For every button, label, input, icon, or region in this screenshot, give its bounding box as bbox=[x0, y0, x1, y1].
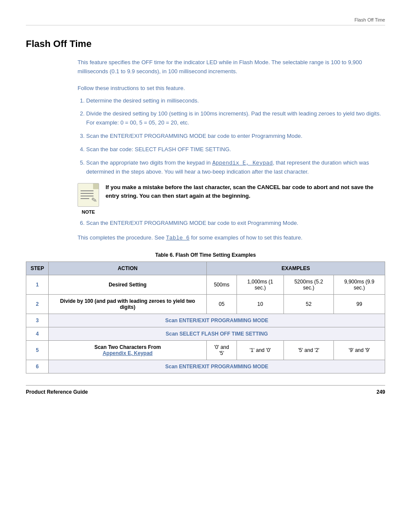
note-label: NOTE bbox=[78, 209, 99, 215]
step-6-text: Scan the ENTER/EXIT PROGRAMMING MODE bar… bbox=[86, 220, 298, 226]
table-row-6: 6 Scan ENTER/EXIT PROGRAMMING MODE bbox=[26, 360, 385, 373]
table-title: Table 6. Flash Off Time Setting Examples bbox=[26, 252, 385, 258]
row6-step: 6 bbox=[26, 360, 49, 373]
row5-ex1: '0' and '5' bbox=[206, 340, 237, 360]
complete-text-before: This completes the procedure. See bbox=[78, 234, 165, 241]
row1-ex3: 5200ms (5.2 sec.) bbox=[284, 275, 334, 294]
header-section-title: Flash Off Time bbox=[355, 17, 385, 22]
header-bar: Flash Off Time bbox=[26, 17, 385, 25]
table6-link[interactable]: Table 6 bbox=[166, 235, 190, 241]
row5-action-link[interactable]: Appendix E, Keypad bbox=[103, 350, 153, 356]
examples-table: STEP ACTION EXAMPLES 1 Desired Setting 5… bbox=[26, 261, 385, 373]
row3-action-full: Scan ENTER/EXIT PROGRAMMING MODE bbox=[49, 314, 385, 327]
page-title: Flash Off Time bbox=[26, 38, 385, 50]
row2-ex1: 05 bbox=[206, 294, 237, 314]
row2-step: 2 bbox=[26, 294, 49, 314]
row1-ex4: 9,900ms (9.9 sec.) bbox=[333, 275, 385, 294]
complete-text: This completes the procedure. See Table … bbox=[78, 234, 385, 241]
table-row-4: 4 Scan SELECT FLASH OFF TIME SETTING bbox=[26, 327, 385, 340]
step-5-link[interactable]: Appendix E, Keypad bbox=[212, 160, 273, 166]
row4-action-full: Scan SELECT FLASH OFF TIME SETTING bbox=[49, 327, 385, 340]
table-header-row: STEP ACTION EXAMPLES bbox=[26, 261, 385, 275]
row3-step: 3 bbox=[26, 314, 49, 327]
step-6: Scan the ENTER/EXIT PROGRAMMING MODE bar… bbox=[86, 219, 385, 228]
note-box: ✏ NOTE If you make a mistake before the … bbox=[78, 183, 385, 215]
step-3-text: Scan the ENTER/EXIT PROGRAMMING MODE bar… bbox=[86, 133, 302, 139]
row5-action-text1: Scan Two Characters From bbox=[94, 344, 161, 350]
row1-action: Desired Setting bbox=[49, 275, 207, 294]
step-5: Scan the appropriate two digits from the… bbox=[86, 159, 385, 177]
table-row-3: 3 Scan ENTER/EXIT PROGRAMMING MODE bbox=[26, 314, 385, 327]
footer-left: Product Reference Guide bbox=[26, 389, 88, 395]
page: Flash Off Time Flash Off Time This featu… bbox=[0, 0, 411, 408]
row2-action: Divide by 100 (and pad with leading zero… bbox=[49, 294, 207, 314]
row2-ex4: 99 bbox=[333, 294, 385, 314]
step-5-text-before: Scan the appropriate two digits from the… bbox=[86, 159, 212, 166]
row6-action-full: Scan ENTER/EXIT PROGRAMMING MODE bbox=[49, 360, 385, 373]
table-section: Table 6. Flash Off Time Setting Examples… bbox=[26, 252, 385, 373]
row5-step: 5 bbox=[26, 340, 49, 360]
complete-text-after: for some examples of how to set this fea… bbox=[191, 234, 302, 241]
follow-instructions: Follow these instructions to set this fe… bbox=[78, 85, 385, 91]
col-header-action: ACTION bbox=[49, 261, 207, 275]
note-text: If you make a mistake before the last ch… bbox=[106, 183, 385, 200]
step-4-text: Scan the bar code: SELECT FLASH OFF TIME… bbox=[86, 146, 231, 152]
row4-step: 4 bbox=[26, 327, 49, 340]
footer-right: 249 bbox=[377, 389, 385, 395]
row5-action: Scan Two Characters From Appendix E, Key… bbox=[49, 340, 207, 360]
step-4: Scan the bar code: SELECT FLASH OFF TIME… bbox=[86, 145, 385, 154]
col-header-step: STEP bbox=[26, 261, 49, 275]
row1-ex1: 500ms bbox=[206, 275, 237, 294]
row5-ex4: '9' and '9' bbox=[333, 340, 385, 360]
intro-text: This feature specifies the OFF time for … bbox=[78, 58, 385, 76]
steps-list: Determine the desired setting in millise… bbox=[78, 96, 385, 177]
row2-ex3: 52 bbox=[284, 294, 334, 314]
row1-step: 1 bbox=[26, 275, 49, 294]
row5-ex2: '1' and '0' bbox=[237, 340, 283, 360]
step-3: Scan the ENTER/EXIT PROGRAMMING MODE bar… bbox=[86, 132, 385, 141]
row2-ex2: 10 bbox=[237, 294, 283, 314]
table-row-5: 5 Scan Two Characters From Appendix E, K… bbox=[26, 340, 385, 360]
step-1-text: Determine the desired setting in millise… bbox=[86, 97, 199, 104]
footer: Product Reference Guide 249 bbox=[26, 385, 385, 395]
step-6-list: Scan the ENTER/EXIT PROGRAMMING MODE bar… bbox=[78, 219, 385, 228]
step-2: Divide the desired setting by 100 (setti… bbox=[86, 109, 385, 128]
col-header-examples: EXAMPLES bbox=[206, 261, 385, 275]
step-2-text: Divide the desired setting by 100 (setti… bbox=[86, 110, 381, 126]
row5-ex3: '5' and '2' bbox=[284, 340, 334, 360]
row1-ex2: 1,000ms (1 sec.) bbox=[237, 275, 283, 294]
step-1: Determine the desired setting in millise… bbox=[86, 96, 385, 106]
table-row-2: 2 Divide by 100 (and pad with leading ze… bbox=[26, 294, 385, 314]
note-icon-wrapper: ✏ NOTE bbox=[78, 183, 99, 215]
table-row-1: 1 Desired Setting 500ms 1,000ms (1 sec.)… bbox=[26, 275, 385, 294]
